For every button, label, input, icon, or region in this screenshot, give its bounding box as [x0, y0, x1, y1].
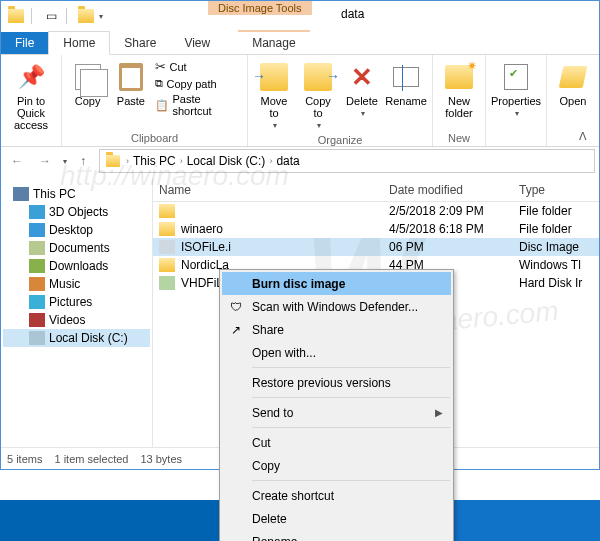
ctx-rename[interactable]: Rename — [222, 530, 451, 541]
properties-button[interactable]: Properties▾ — [492, 59, 540, 120]
scissors-icon: ✂ — [155, 59, 166, 74]
delete-button[interactable]: ✕ Delete▾ — [342, 59, 382, 120]
videos-icon — [29, 313, 45, 327]
tree-this-pc[interactable]: This PC — [3, 185, 150, 203]
paste-shortcut-icon: 📋 — [155, 99, 169, 112]
rename-icon — [393, 67, 419, 87]
nav-up-button[interactable]: ↑ — [71, 149, 95, 173]
move-to-icon — [260, 63, 288, 91]
file-icon — [159, 204, 175, 218]
context-menu: Burn disc image 🛡Scan with Windows Defen… — [219, 269, 454, 541]
file-type: File folder — [513, 204, 599, 218]
paste-button[interactable]: Paste — [111, 59, 150, 109]
delete-icon: ✕ — [351, 62, 373, 93]
ctx-copy[interactable]: Copy — [222, 454, 451, 477]
pin-to-quick-access-button[interactable]: 📌 Pin to Quick access — [7, 59, 55, 133]
paste-shortcut-button[interactable]: 📋Paste shortcut — [155, 93, 242, 117]
ctx-cut[interactable]: Cut — [222, 431, 451, 454]
tab-home[interactable]: Home — [48, 31, 110, 55]
ctx-send-to[interactable]: Send to▶ — [222, 401, 451, 424]
copy-icon — [75, 64, 101, 90]
file-type: Disc Image — [513, 240, 599, 254]
ctx-restore[interactable]: Restore previous versions — [222, 371, 451, 394]
separator-icon — [252, 427, 450, 428]
open-button[interactable]: Open — [553, 59, 593, 109]
addr-folder-icon — [106, 155, 120, 167]
tab-share[interactable]: Share — [110, 32, 170, 54]
copy-to-button[interactable]: Copy to▾ — [298, 59, 338, 132]
tree-downloads[interactable]: Downloads — [3, 257, 150, 275]
file-type: Windows Tl — [513, 258, 599, 272]
qat-item-1-icon[interactable]: ▭ — [40, 5, 62, 27]
nav-forward-button[interactable]: → — [33, 149, 57, 173]
desktop-icon — [29, 223, 45, 237]
tree-documents[interactable]: Documents — [3, 239, 150, 257]
pin-icon: 📌 — [18, 64, 45, 90]
pictures-icon — [29, 295, 45, 309]
status-selected: 1 item selected — [54, 453, 128, 465]
tree-3d-objects[interactable]: 3D Objects — [3, 203, 150, 221]
copy-button[interactable]: Copy — [68, 59, 107, 109]
group-open2: Open — [547, 55, 599, 146]
tree-music[interactable]: Music — [3, 275, 150, 293]
separator-icon — [31, 8, 32, 24]
share-icon: ↗ — [228, 322, 244, 338]
group-organize: Move to▾ Copy to▾ ✕ Delete▾ Rename Organ… — [248, 55, 433, 146]
tree-local-disk[interactable]: Local Disk (C:) — [3, 329, 150, 347]
paste-icon — [119, 63, 143, 91]
column-type[interactable]: Type — [513, 179, 599, 201]
collapse-ribbon-icon[interactable]: ᐱ — [579, 130, 587, 143]
ctx-scan-defender[interactable]: 🛡Scan with Windows Defender... — [222, 295, 451, 318]
copy-path-icon: ⧉ — [155, 77, 163, 90]
move-to-button[interactable]: Move to▾ — [254, 59, 294, 132]
navigation-pane[interactable]: This PC 3D Objects Desktop Documents Dow… — [1, 179, 153, 447]
crumb-local-disk[interactable]: Local Disk (C:) — [185, 154, 268, 168]
group-new: New folder New — [433, 55, 486, 146]
column-date[interactable]: Date modified — [383, 179, 513, 201]
downloads-icon — [29, 259, 45, 273]
window-title: data — [341, 7, 364, 21]
address-bar[interactable]: › This PC › Local Disk (C:) › data — [99, 149, 595, 173]
title-bar: ▭ ▾ Disc Image Tools data — [1, 1, 599, 31]
ctx-create-shortcut[interactable]: Create shortcut — [222, 484, 451, 507]
chevron-right-icon[interactable]: › — [178, 156, 185, 166]
documents-icon — [29, 241, 45, 255]
separator-icon — [66, 8, 67, 24]
file-type: File folder — [513, 222, 599, 236]
tree-desktop[interactable]: Desktop — [3, 221, 150, 239]
copy-path-button[interactable]: ⧉Copy path — [155, 77, 242, 90]
file-type: Hard Disk Ir — [513, 276, 599, 290]
new-folder-icon — [445, 65, 473, 89]
clipboard-group-label: Clipboard — [131, 132, 178, 144]
new-folder-button[interactable]: New folder — [439, 59, 479, 121]
column-name[interactable]: Name — [153, 179, 383, 201]
chevron-right-icon[interactable]: › — [124, 156, 131, 166]
disk-icon — [29, 331, 45, 345]
crumb-this-pc[interactable]: This PC — [131, 154, 178, 168]
rename-button[interactable]: Rename — [386, 59, 426, 109]
qat-folder-icon[interactable] — [75, 5, 97, 27]
nav-back-button[interactable]: ← — [5, 149, 29, 173]
file-list-header: Name Date modified Type — [153, 179, 599, 202]
context-tab-header: Disc Image Tools — [208, 1, 312, 15]
qat-dropdown-icon[interactable]: ▾ — [99, 12, 103, 21]
tree-videos[interactable]: Videos — [3, 311, 150, 329]
tree-pictures[interactable]: Pictures — [3, 293, 150, 311]
separator-icon — [252, 367, 450, 368]
nav-history-icon[interactable]: ▾ — [63, 157, 67, 166]
group-open: Properties▾ — [486, 55, 547, 146]
properties-icon — [504, 64, 528, 90]
ribbon: 📌 Pin to Quick access Copy Paste ✂Cut ⧉C… — [1, 55, 599, 147]
group-pin: 📌 Pin to Quick access — [1, 55, 62, 146]
chevron-right-icon[interactable]: › — [267, 156, 274, 166]
ctx-open-with[interactable]: Open with... — [222, 341, 451, 364]
tab-file[interactable]: File — [1, 32, 48, 54]
ctx-delete[interactable]: Delete — [222, 507, 451, 530]
ctx-share[interactable]: ↗Share — [222, 318, 451, 341]
cut-button[interactable]: ✂Cut — [155, 59, 242, 74]
crumb-data[interactable]: data — [274, 154, 301, 168]
ctx-burn-disc-image[interactable]: Burn disc image — [222, 272, 451, 295]
file-name: ISOFiLe.i — [181, 240, 231, 254]
separator-icon — [252, 480, 450, 481]
file-name: winaero — [181, 222, 223, 236]
